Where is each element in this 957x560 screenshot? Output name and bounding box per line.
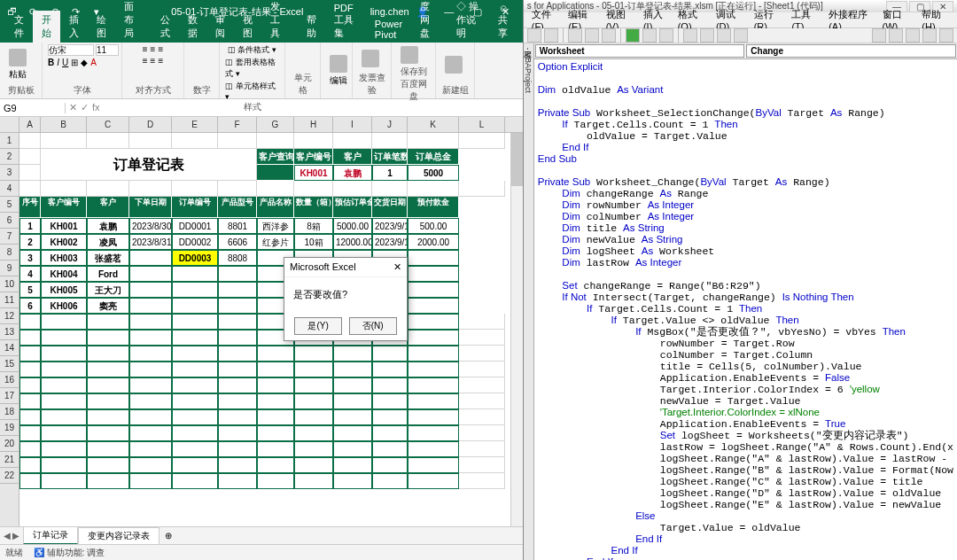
cell[interactable]: 4	[19, 266, 41, 282]
cell[interactable]	[129, 298, 172, 314]
cell[interactable]	[294, 473, 333, 489]
dialog-no-button[interactable]: 否(N)	[349, 317, 397, 335]
cell[interactable]: DD0002	[172, 234, 218, 250]
cell[interactable]	[129, 266, 172, 282]
cell[interactable]: KH005	[41, 282, 87, 298]
cell[interactable]	[129, 409, 172, 425]
cell[interactable]	[129, 377, 172, 393]
cell[interactable]: 5	[19, 282, 41, 298]
vbe-tool-icon[interactable]	[568, 28, 582, 43]
vbe-code-pane[interactable]: Option Explicit Dim oldValue As Variant …	[534, 59, 957, 560]
name-box[interactable]: G9	[0, 103, 66, 113]
cell[interactable]: DD0003	[172, 250, 218, 266]
scrollbar-thumb[interactable]	[511, 133, 523, 186]
cell[interactable]	[459, 362, 505, 377]
cell[interactable]	[408, 133, 459, 149]
col-header[interactable]: K	[408, 117, 459, 132]
cell[interactable]	[41, 377, 87, 393]
cell[interactable]: 客户	[333, 149, 372, 165]
cell[interactable]	[172, 133, 218, 149]
cell[interactable]	[172, 393, 218, 409]
cell[interactable]	[87, 393, 129, 409]
cell[interactable]	[294, 181, 333, 197]
align-center-button[interactable]: ≡	[151, 56, 156, 66]
cell[interactable]	[459, 377, 505, 393]
cell[interactable]	[218, 181, 257, 197]
cell[interactable]	[372, 362, 408, 377]
baidu-save-button[interactable]	[397, 44, 422, 66]
cell[interactable]	[218, 473, 257, 489]
fill-color-button[interactable]: ◆	[81, 58, 88, 67]
cell[interactable]	[257, 473, 294, 489]
cell[interactable]	[459, 314, 505, 330]
tab-formulas[interactable]: 公式	[152, 11, 179, 43]
cell[interactable]	[459, 457, 505, 473]
cell[interactable]	[372, 181, 408, 197]
share-button[interactable]: ☺ 共享	[489, 0, 522, 43]
cell[interactable]	[218, 409, 257, 425]
cell[interactable]: KH001	[41, 218, 87, 234]
cell[interactable]	[19, 393, 41, 409]
cell[interactable]	[294, 393, 333, 409]
font-name-input[interactable]	[48, 44, 94, 56]
cell[interactable]	[257, 346, 294, 362]
cell[interactable]: 订单编号	[172, 197, 218, 218]
cell[interactable]	[257, 133, 294, 149]
cell[interactable]: 西洋参	[257, 218, 294, 234]
vbe-tool-icon[interactable]	[544, 28, 558, 43]
cell[interactable]: 6606	[218, 234, 257, 250]
cell[interactable]	[372, 409, 408, 425]
cell[interactable]: 预估订单金额	[333, 197, 372, 218]
cell[interactable]	[41, 362, 87, 377]
col-header[interactable]: G	[257, 117, 294, 132]
cell[interactable]	[87, 457, 129, 473]
vbe-tool-icon[interactable]	[602, 28, 616, 43]
cell[interactable]	[372, 377, 408, 393]
cell[interactable]: 张盛茗	[87, 250, 129, 266]
cell[interactable]	[172, 457, 218, 473]
vbe-procedure-dropdown[interactable]: Change	[746, 44, 956, 58]
cell[interactable]: 序号	[19, 197, 41, 218]
cell[interactable]	[41, 441, 87, 457]
cell[interactable]: 王大刀	[87, 282, 129, 298]
cell[interactable]	[129, 362, 172, 377]
tab-baidudisk[interactable]: 百度网盘	[411, 0, 447, 43]
cell[interactable]	[19, 165, 41, 181]
cell[interactable]	[333, 362, 372, 377]
cell[interactable]	[408, 362, 459, 377]
cell[interactable]: 2023/9/15	[372, 234, 408, 250]
row-header[interactable]: 16	[0, 372, 19, 388]
cell[interactable]	[172, 473, 218, 489]
cell[interactable]	[218, 314, 257, 330]
cell[interactable]: 2	[19, 234, 41, 250]
cell[interactable]	[294, 441, 333, 457]
cell[interactable]	[218, 266, 257, 282]
cell[interactable]: 客户查询	[257, 149, 294, 165]
cell[interactable]	[129, 330, 172, 346]
cell[interactable]	[372, 425, 408, 441]
cell[interactable]	[19, 346, 41, 362]
vbe-tool-icon[interactable]	[922, 28, 937, 43]
cell[interactable]	[257, 425, 294, 441]
cell[interactable]: 2023/9/12	[372, 218, 408, 234]
cell[interactable]	[459, 441, 505, 457]
cell[interactable]: 数量（箱）	[294, 197, 333, 218]
cell[interactable]: KH006	[41, 298, 87, 314]
cell[interactable]	[218, 133, 257, 149]
cell[interactable]	[372, 393, 408, 409]
cell[interactable]	[408, 441, 459, 457]
cell[interactable]: 1	[372, 165, 408, 181]
row-header[interactable]: 12	[0, 308, 19, 324]
cell[interactable]	[129, 282, 172, 298]
cell[interactable]: 客户编号	[41, 197, 87, 218]
row-header[interactable]: 9	[0, 261, 19, 276]
cell[interactable]	[333, 473, 372, 489]
sheet-tab-1[interactable]: 订单记录	[23, 526, 78, 545]
cell[interactable]	[333, 346, 372, 362]
tab-help[interactable]: 帮助	[298, 11, 325, 43]
cell[interactable]	[41, 165, 257, 181]
cell[interactable]	[19, 133, 41, 149]
cell[interactable]	[408, 266, 459, 282]
row-header[interactable]: 1	[0, 133, 19, 149]
cell[interactable]	[408, 346, 459, 362]
